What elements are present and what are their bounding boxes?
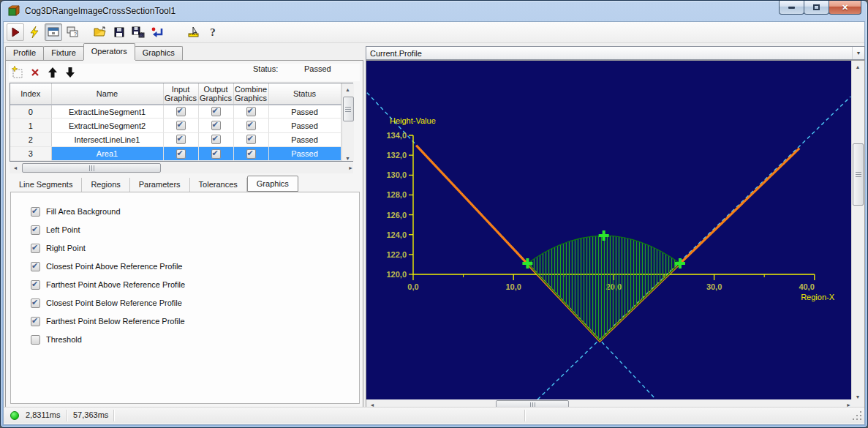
col-output-graphics[interactable]: OutputGraphics xyxy=(198,83,233,105)
table-row[interactable]: 2 IntersectLineLine1 Passed xyxy=(10,132,341,146)
subtab-tolerances[interactable]: Tolerances xyxy=(190,178,247,192)
subtab-regions[interactable]: Regions xyxy=(82,178,129,192)
option-threshold[interactable]: Threshold xyxy=(31,333,82,346)
threshold-checkbox[interactable] xyxy=(31,335,40,345)
col-input-graphics[interactable]: InputGraphics xyxy=(163,83,198,105)
svg-text:0,0: 0,0 xyxy=(407,282,418,291)
grid-header-row[interactable]: Index Name InputGraphics OutputGraphics … xyxy=(10,83,341,105)
option-farthest-above[interactable]: Farthest Point Above Reference Profile xyxy=(31,278,185,291)
input-graphics-checkbox[interactable] xyxy=(176,135,186,144)
resize-grip[interactable] xyxy=(852,410,862,421)
save-image-button[interactable] xyxy=(129,23,147,41)
grid-hscroll-thumb[interactable] xyxy=(22,163,161,173)
option-right-point[interactable]: Right Point xyxy=(31,241,86,255)
scroll-right-icon[interactable]: ► xyxy=(348,162,353,173)
profile-selector[interactable]: Current.Profile ▼ xyxy=(366,46,865,60)
input-graphics-checkbox[interactable] xyxy=(176,149,186,159)
scroll-down-icon[interactable]: ▼ xyxy=(342,156,354,161)
option-closest-above[interactable]: Closest Point Above Reference Profile xyxy=(31,260,183,273)
col-index[interactable]: Index xyxy=(10,83,51,105)
option-closest-below[interactable]: Closest Point Below Reference Profile xyxy=(31,296,182,309)
scroll-left-icon[interactable]: ◄ xyxy=(10,162,21,173)
trigger-button[interactable] xyxy=(26,23,43,41)
chevron-down-icon[interactable]: ▼ xyxy=(852,47,864,59)
scroll-down-icon[interactable]: ▼ xyxy=(852,394,864,399)
total-time: 57,363ms xyxy=(73,410,108,419)
move-down-button[interactable] xyxy=(61,64,79,80)
option-fill-area-background[interactable]: Fill Area Background xyxy=(31,205,121,218)
svg-text:132,0: 132,0 xyxy=(386,151,407,159)
option-left-point[interactable]: Left Point xyxy=(31,223,80,236)
up-arrow-icon xyxy=(48,67,58,78)
float-windows-button[interactable]: ? xyxy=(64,23,81,41)
move-up-button[interactable] xyxy=(44,64,61,80)
run-button[interactable] xyxy=(7,23,24,41)
help-button[interactable]: ? xyxy=(204,23,222,41)
save-image-icon xyxy=(132,26,145,38)
pointer-ruler-icon xyxy=(187,26,200,38)
svg-text:?: ? xyxy=(74,31,77,37)
subtab-parameters[interactable]: Parameters xyxy=(130,178,190,192)
table-row[interactable]: 0 ExtractLineSegment1 Passed xyxy=(10,105,341,119)
cell-status: Passed xyxy=(268,119,341,132)
cell-status: Passed xyxy=(268,132,341,146)
fill-area-background-checkbox[interactable] xyxy=(31,207,40,217)
delete-operator-button[interactable] xyxy=(26,64,44,80)
farthest-below-checkbox[interactable] xyxy=(31,317,40,326)
profile-chart-svg: 0,010,020,030,040,0120,0122,0124,0126,01… xyxy=(366,61,851,399)
farthest-above-checkbox[interactable] xyxy=(31,280,40,290)
lightning-icon xyxy=(29,26,40,38)
table-row[interactable]: 1 ExtractLineSegment2 Passed xyxy=(10,119,341,132)
subtab-line-segments[interactable]: Line Segments xyxy=(10,178,82,192)
output-graphics-checkbox[interactable] xyxy=(211,149,221,159)
tab-fixture[interactable]: Fixture xyxy=(43,46,84,60)
combine-graphics-checkbox[interactable] xyxy=(246,135,256,144)
profile-chart[interactable]: 0,010,020,030,040,0120,0122,0124,0126,01… xyxy=(366,61,851,399)
show-result-window-button[interactable] xyxy=(45,23,62,41)
input-graphics-checkbox[interactable] xyxy=(176,121,186,130)
scroll-up-icon[interactable]: ▲ xyxy=(852,61,864,72)
client-area: ? xyxy=(3,21,865,425)
input-graphics-checkbox[interactable] xyxy=(176,107,186,116)
app-window: Cog3DRangeImageCrossSectionTool1 ✕ xyxy=(0,0,868,428)
tab-operators[interactable]: Operators xyxy=(83,43,135,60)
col-combine-graphics[interactable]: CombineGraphics xyxy=(233,83,268,105)
title-bar[interactable]: Cog3DRangeImageCrossSectionTool1 ✕ xyxy=(1,1,867,21)
minimize-button[interactable] xyxy=(779,1,804,15)
closest-below-checkbox[interactable] xyxy=(31,299,40,308)
grid-vertical-scrollbar[interactable]: ▲ ▼ xyxy=(341,83,354,161)
scroll-up-icon[interactable]: ▲ xyxy=(342,83,354,95)
delete-icon xyxy=(30,67,40,78)
output-graphics-checkbox[interactable] xyxy=(211,121,221,130)
graphics-interaction-button[interactable] xyxy=(185,23,203,41)
tab-profile[interactable]: Profile xyxy=(5,46,44,60)
svg-text:128,0: 128,0 xyxy=(386,190,407,199)
chart-vertical-scrollbar[interactable]: ▲ ▼ xyxy=(851,61,864,399)
combine-graphics-checkbox[interactable] xyxy=(246,107,256,116)
combine-graphics-checkbox[interactable] xyxy=(246,121,256,130)
open-file-button[interactable] xyxy=(91,23,109,41)
output-graphics-checkbox[interactable] xyxy=(211,135,221,144)
cell-name: ExtractLineSegment2 xyxy=(51,119,163,132)
closest-above-checkbox[interactable] xyxy=(31,262,40,271)
add-operator-button[interactable] xyxy=(9,64,26,80)
option-farthest-below[interactable]: Farthest Point Below Reference Profile xyxy=(31,315,185,328)
col-status[interactable]: Status xyxy=(268,83,341,105)
grid-horizontal-scrollbar[interactable]: ◄ ► xyxy=(10,162,353,173)
save-button[interactable] xyxy=(110,23,128,41)
right-point-checkbox[interactable] xyxy=(31,244,40,253)
subtab-graphics[interactable]: Graphics xyxy=(247,176,298,192)
maximize-button[interactable] xyxy=(804,1,829,15)
col-name[interactable]: Name xyxy=(51,83,163,105)
tab-graphics[interactable]: Graphics xyxy=(135,46,183,60)
grid-vscroll-thumb[interactable] xyxy=(343,97,354,121)
table-row-selected[interactable]: 3 Area1 Passed xyxy=(10,146,341,160)
combine-graphics-checkbox[interactable] xyxy=(246,149,256,159)
chart-vscroll-thumb[interactable] xyxy=(853,143,864,206)
reset-button[interactable] xyxy=(148,23,166,41)
cell-status: Passed xyxy=(268,146,341,160)
profile-display: 0,010,020,030,040,0120,0122,0124,0126,01… xyxy=(366,60,865,410)
output-graphics-checkbox[interactable] xyxy=(211,107,221,116)
close-button[interactable]: ✕ xyxy=(829,1,861,15)
left-point-checkbox[interactable] xyxy=(31,225,40,235)
